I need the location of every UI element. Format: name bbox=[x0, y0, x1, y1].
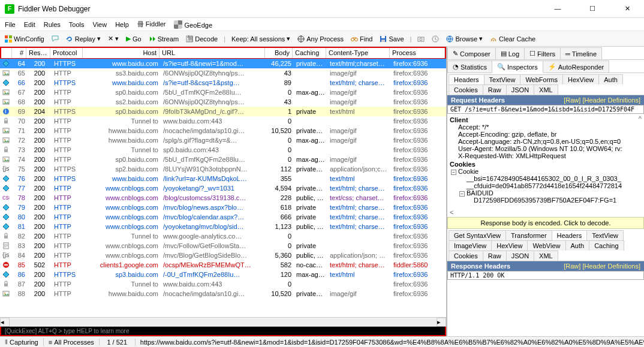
menu-fiddler[interactable]: 冊 Fiddler bbox=[137, 20, 166, 29]
session-row[interactable]: 76200HTTPSwww.baidu.com/link?url=ar-KUMM… bbox=[0, 174, 446, 183]
session-row[interactable]: 72200HTTPhwww.baidu.com/splg/s.gif?flag=… bbox=[0, 135, 446, 145]
keep-sessions-button[interactable]: Keep: All sessions ▾ bbox=[230, 35, 291, 43]
cookie-node[interactable]: Cookie bbox=[458, 168, 479, 175]
session-row[interactable]: {js}84200HTTPwww.cnblogs.com/mvc/Blog/Ge… bbox=[0, 251, 446, 260]
session-row[interactable]: 88200HTTPhwww.baidu.com/nocache/imgdata/… bbox=[0, 289, 446, 298]
session-row[interactable]: 68200HTTPss2.baidu.com/6ONWsjip0QIZ8tyhn… bbox=[0, 97, 446, 107]
menu-tools[interactable]: Tools bbox=[69, 21, 85, 28]
maximize-button[interactable]: ☐ bbox=[580, 5, 604, 13]
subtab-headers[interactable]: Headers bbox=[449, 74, 484, 85]
winconfig-button[interactable]: WinConfig bbox=[4, 35, 46, 43]
screenshot-button[interactable] bbox=[416, 35, 426, 43]
quickexec-bar[interactable]: [QuickExec] ALT+Q > type HELP to learn m… bbox=[0, 327, 446, 336]
subtab-hexview[interactable]: HexView bbox=[562, 74, 599, 85]
close-button[interactable]: ✕ bbox=[615, 5, 639, 13]
col-content-type[interactable]: Content-Type bbox=[326, 48, 390, 58]
menu-geoedge[interactable]: GeoEdge bbox=[174, 20, 212, 29]
request-headers-links[interactable]: [Raw] [Header Definitions] bbox=[564, 96, 640, 104]
tree-toggle-icon[interactable]: − bbox=[451, 170, 456, 175]
tab-autoresponder[interactable]: ⚡ AutoResponder bbox=[543, 61, 609, 73]
tab-composer[interactable]: ✎ Composer bbox=[447, 47, 496, 59]
timer-button[interactable] bbox=[431, 35, 440, 43]
subtab-headers[interactable]: Headers bbox=[552, 230, 588, 240]
col-process[interactable]: Process bbox=[390, 48, 445, 58]
session-row[interactable]: 70200HTTPTunnel towww.baidu.com:4430fire… bbox=[0, 116, 446, 126]
stream-button[interactable]: Stream bbox=[148, 35, 180, 43]
subtab-cookies[interactable]: Cookies bbox=[449, 85, 483, 95]
session-row[interactable]: 66200HTTPSwww.baidu.com/s?ie=utf-8&csq=1… bbox=[0, 78, 446, 87]
go-button[interactable]: ▶ Go bbox=[125, 35, 143, 43]
process-filter[interactable]: ≡All Processes bbox=[44, 339, 100, 346]
session-row[interactable]: 73200HTTPTunnel tosp0.baidu.com:4430fire… bbox=[0, 145, 446, 155]
col-icon[interactable] bbox=[1, 48, 12, 58]
session-row[interactable]: 85502HTTPclients1.google.com/ocsp/MEkwRz… bbox=[0, 260, 446, 270]
session-row[interactable]: {js}75200HTTPSsp2.baidu.com/8LUYsjW91Qh3… bbox=[0, 164, 446, 174]
response-headers-links[interactable]: [Raw] [Header Definitions] bbox=[564, 262, 640, 270]
session-row[interactable]: 87200HTTPTunnel towww.baidu.com:4430fire… bbox=[0, 279, 446, 289]
col-body[interactable]: Body bbox=[265, 48, 293, 58]
session-row[interactable]: 80200HTTPwww.cnblogs.com/mvc/blog/calend… bbox=[0, 212, 446, 222]
decode-response-bar[interactable]: Response body is encoded. Click to decod… bbox=[447, 217, 644, 229]
any-process-button[interactable]: Any Process bbox=[296, 35, 345, 43]
session-grid-body[interactable]: 64200HTTPSwww.baidu.com/s?ie=utf-8&newi=… bbox=[0, 59, 446, 317]
menu-view[interactable]: View bbox=[93, 21, 107, 28]
request-headers-tree[interactable]: Client Accept: */*Accept-Encoding: gzip,… bbox=[447, 114, 644, 217]
session-row[interactable]: 83200HTTPwww.cnblogs.com/mvc/Follow/GetF… bbox=[0, 241, 446, 251]
tree-toggle-icon[interactable]: − bbox=[459, 191, 465, 197]
capturing-indicator[interactable]: ⫴Capturing bbox=[0, 338, 44, 346]
session-row[interactable]: 82200HTTPTunnel towww.google-analytics.c… bbox=[0, 231, 446, 241]
col-host[interactable]: Host bbox=[83, 48, 160, 58]
minimize-button[interactable]: — bbox=[546, 5, 570, 13]
subtab-caching[interactable]: Caching bbox=[589, 240, 624, 251]
menu-rules[interactable]: Rules bbox=[44, 21, 61, 28]
subtab-transformer[interactable]: Transformer bbox=[505, 230, 552, 240]
subtab-get-syntaxview[interactable]: Get SyntaxView bbox=[449, 230, 506, 240]
session-row[interactable]: 81200HTTPwww.cnblogs.com/yoyoketang/mvc/… bbox=[0, 222, 446, 231]
subtab-auth[interactable]: Auth bbox=[598, 74, 623, 85]
tab-statistics[interactable]: ◔ Statistics bbox=[447, 61, 492, 73]
session-row[interactable]: css78200HTTPwww.cnblogs.com/blog/customc… bbox=[0, 193, 446, 203]
menu-file[interactable]: File bbox=[5, 21, 16, 28]
session-row[interactable]: 74200HTTPsp0.baidu.com/5bU_dTmfKgQFm2e88… bbox=[0, 155, 446, 164]
comment-button[interactable] bbox=[50, 35, 60, 43]
baiduid-node[interactable]: BAIDUID bbox=[467, 189, 493, 197]
replay-button[interactable]: Replay ▾ bbox=[65, 35, 102, 43]
col-url[interactable]: URL bbox=[160, 48, 265, 58]
subtab-webforms[interactable]: WebForms bbox=[520, 74, 563, 85]
tab-filters[interactable]: ☐ Filters bbox=[524, 47, 561, 59]
col-caching[interactable]: Caching bbox=[293, 48, 326, 58]
session-row[interactable]: 86200HTTPSsp3.baidu.com/-0U_dTmfKQFm2e88… bbox=[0, 270, 446, 279]
col-result[interactable]: Result bbox=[26, 48, 50, 58]
subtab-xml[interactable]: XML bbox=[534, 251, 558, 261]
browse-button[interactable]: Browse ▾ bbox=[445, 35, 484, 43]
tab-inspectors[interactable]: 🔍 Inspectors bbox=[492, 61, 543, 73]
subtab-hexview[interactable]: HexView bbox=[491, 240, 528, 251]
find-button[interactable]: Find bbox=[350, 35, 374, 43]
session-row[interactable]: 67200HTTPsp0.baidu.com/5bU_dTmfKQFm2e88I… bbox=[0, 87, 446, 97]
session-row[interactable]: i69204HTTPSsp0.baidu.com/9foIbT3kAMgDnd_… bbox=[0, 107, 446, 116]
subtab-xml[interactable]: XML bbox=[534, 85, 558, 95]
session-row[interactable]: 77200HTTPwww.cnblogs.com/yoyoketang/?_wv… bbox=[0, 183, 446, 193]
menu-edit[interactable]: Edit bbox=[24, 21, 35, 28]
subtab-cookies[interactable]: Cookies bbox=[449, 251, 483, 261]
menu-help[interactable]: Help bbox=[115, 21, 129, 28]
subtab-imageview[interactable]: ImageView bbox=[449, 240, 492, 251]
session-row[interactable]: 79200HTTPwww.cnblogs.com/mvc/blog/news.a… bbox=[0, 203, 446, 212]
tab-timeline[interactable]: ═ Timeline bbox=[560, 47, 602, 59]
col-protocol[interactable]: Protocol bbox=[50, 48, 83, 58]
session-row[interactable]: 71200HTTPhwww.baidu.com/nocache/imgdata/… bbox=[0, 126, 446, 135]
session-row[interactable]: 64200HTTPSwww.baidu.com/s?ie=utf-8&newi=… bbox=[0, 59, 446, 68]
horizontal-scrollbar[interactable]: ◂▸ bbox=[0, 317, 446, 327]
col-id[interactable]: # bbox=[12, 48, 26, 58]
save-button[interactable]: Save bbox=[378, 35, 405, 43]
subtab-auth[interactable]: Auth bbox=[565, 240, 590, 251]
subtab-textview[interactable]: TextView bbox=[586, 230, 624, 240]
tab-log[interactable]: ▤ Log bbox=[495, 47, 525, 59]
subtab-textview[interactable]: TextView bbox=[484, 74, 521, 85]
remove-button[interactable]: ✕ ▾ bbox=[107, 35, 120, 43]
subtab-raw[interactable]: Raw bbox=[483, 251, 507, 261]
session-row[interactable]: 65200HTTPss3.baidu.com/6ONWsjip0QIZ8tyhn… bbox=[0, 68, 446, 78]
subtab-json[interactable]: JSON bbox=[506, 251, 534, 261]
subtab-raw[interactable]: Raw bbox=[483, 85, 507, 95]
clear-cache-button[interactable]: Clear Cache bbox=[489, 35, 537, 43]
